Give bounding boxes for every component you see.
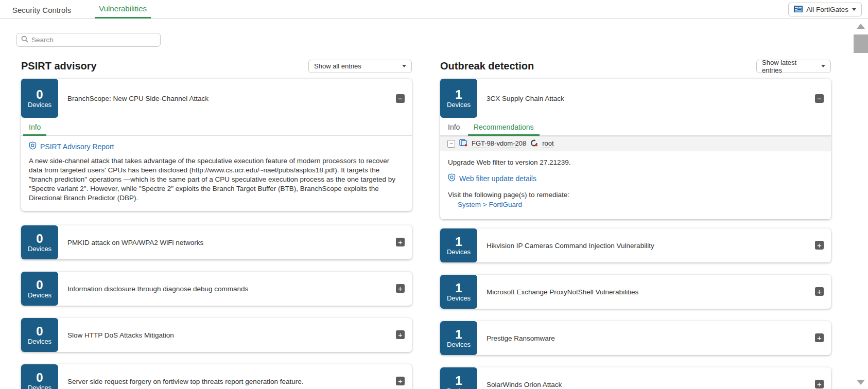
card-tab-bar: Info xyxy=(21,120,412,136)
device-count-badge: 1 Devices xyxy=(440,228,477,262)
expand-button[interactable]: + xyxy=(815,380,824,388)
card-title: Server side request forgery on fortiview… xyxy=(67,378,304,385)
expand-button[interactable]: + xyxy=(815,287,824,296)
outbreak-panel-title: Outbreak detection xyxy=(440,60,534,72)
web-filter-update-label: Web filter update details xyxy=(459,174,536,183)
chevron-down-icon xyxy=(402,65,406,67)
expand-button[interactable]: + xyxy=(396,330,405,339)
web-filter-update-link[interactable]: Web filter update details xyxy=(448,173,823,183)
outbreak-card-hikvision: 1 Devices Hikvision IP Cameras Command I… xyxy=(440,228,831,262)
psirt-card-pmkid: 0 Devices PMKID attack on WPA/WPA2 WiFi … xyxy=(21,225,412,259)
vulnerabilities-page: Security Controls Vulnerabilities All Fo… xyxy=(0,0,868,389)
psirt-advisory-report-label: PSIRT Advisory Report xyxy=(40,143,114,151)
scroll-up-icon[interactable] xyxy=(857,24,865,29)
device-count-badge: 0 Devices xyxy=(21,318,58,352)
search-input[interactable] xyxy=(31,36,156,44)
device-icon xyxy=(459,139,467,149)
collapse-button[interactable]: − xyxy=(396,94,405,103)
device-count: 0 xyxy=(36,325,43,338)
device-count-badge: 1 Devices xyxy=(440,79,477,118)
device-count-unit: Devices xyxy=(447,248,471,256)
device-count-unit: Devices xyxy=(28,101,51,109)
expand-button[interactable]: + xyxy=(396,238,405,246)
device-count: 0 xyxy=(36,88,43,101)
device-count: 1 xyxy=(455,328,462,341)
device-count-unit: Devices xyxy=(28,245,51,253)
device-count-unit: Devices xyxy=(447,387,471,389)
psirt-filter-dropdown[interactable]: Show all entries xyxy=(308,60,412,73)
outbreak-detection-panel: Outbreak detection Show latest entries 1… xyxy=(440,58,831,389)
device-count-badge: 0 Devices xyxy=(21,79,58,118)
top-tab-bar: Security Controls Vulnerabilities All Fo… xyxy=(0,0,868,19)
advisory-description: A new side-channel attack that takes adv… xyxy=(29,156,404,203)
device-count: 1 xyxy=(455,281,462,294)
psirt-filter-value: Show all entries xyxy=(314,62,361,70)
expand-button[interactable]: + xyxy=(815,333,824,342)
device-count-unit: Devices xyxy=(28,384,51,389)
device-count-unit: Devices xyxy=(28,338,51,345)
psirt-advisory-panel: PSIRT advisory Show all entries 0 Device… xyxy=(21,58,412,389)
scroll-down-icon[interactable] xyxy=(857,380,865,385)
shield-icon xyxy=(448,173,456,183)
device-name[interactable]: FGT-98-vdom-208 xyxy=(472,139,526,148)
device-count-badge: 1 Devices xyxy=(440,321,477,355)
card-title: Prestige Ransomware xyxy=(487,334,555,342)
device-count: 1 xyxy=(455,374,462,387)
card-tab-bar: Info Recommendations xyxy=(440,120,831,136)
outbreak-card-proxynotshell: 1 Devices Microsoft Exchange ProxyNotShe… xyxy=(440,275,831,309)
search-icon xyxy=(21,36,28,45)
fortigate-icon xyxy=(794,6,803,14)
device-count: 0 xyxy=(36,278,43,291)
device-count-badge: 0 Devices xyxy=(21,272,58,306)
collapse-button[interactable]: − xyxy=(815,94,824,103)
device-count: 0 xyxy=(36,371,43,384)
card-title: PMKID attack on WPA/WPA2 WiFi networks xyxy=(67,239,203,246)
search-field[interactable] xyxy=(16,33,161,47)
remediate-instruction: Visit the following page(s) to remediate… xyxy=(448,191,823,199)
device-count-badge: 1 Devices xyxy=(440,275,477,309)
device-count-badge: 1 Devices xyxy=(440,367,477,389)
chevron-down-icon xyxy=(852,8,856,11)
recommendation-text: Upgrade Web filter to version 27.21239. xyxy=(448,158,823,166)
tab-recommendations[interactable]: Recommendations xyxy=(468,120,540,136)
outbreak-filter-dropdown[interactable]: Show latest entries xyxy=(756,60,831,73)
scrollbar-thumb[interactable] xyxy=(854,34,868,53)
card-title: Slow HTTP DoS Attacks Mitigation xyxy=(67,331,174,339)
outbreak-card-solarwinds: 1 Devices SolarWinds Orion Attack + xyxy=(440,367,831,389)
outbreak-card-3cx: 1 Devices 3CX Supply Chain Attack − Info… xyxy=(440,79,831,219)
card-title: Information disclosure through diagnose … xyxy=(67,285,248,293)
psirt-card-info-disclosure: 0 Devices Information disclosure through… xyxy=(21,272,412,306)
tab-info[interactable]: Info xyxy=(442,120,465,134)
tree-collapse-icon[interactable]: − xyxy=(447,140,455,148)
outbreak-card-prestige: 1 Devices Prestige Ransomware + xyxy=(440,321,831,355)
vdom-icon xyxy=(530,139,538,149)
tab-security-controls[interactable]: Security Controls xyxy=(8,2,75,19)
device-count: 0 xyxy=(36,232,43,245)
tab-info[interactable]: Info xyxy=(23,120,46,136)
device-count-badge: 0 Devices xyxy=(21,364,58,389)
chevron-down-icon xyxy=(821,65,825,67)
device-row: − FGT-98-vdom-208 root xyxy=(440,136,831,151)
expand-button[interactable]: + xyxy=(815,241,824,250)
psirt-panel-title: PSIRT advisory xyxy=(21,60,97,72)
device-count-badge: 0 Devices xyxy=(21,225,58,259)
card-title: Hikvision IP Cameras Command Injection V… xyxy=(487,242,654,250)
psirt-advisory-report-link[interactable]: PSIRT Advisory Report xyxy=(29,142,404,151)
tab-vulnerabilities[interactable]: Vulnerabilities xyxy=(95,0,151,19)
outbreak-filter-value: Show latest entries xyxy=(762,59,816,74)
device-count-unit: Devices xyxy=(447,341,471,348)
psirt-card-slow-http: 0 Devices Slow HTTP DoS Attacks Mitigati… xyxy=(21,318,412,352)
vdom-name[interactable]: root xyxy=(542,139,553,148)
system-fortiguard-link[interactable]: System > FortiGuard xyxy=(458,201,823,208)
expand-button[interactable]: + xyxy=(396,377,405,385)
device-count: 1 xyxy=(455,88,462,101)
card-title: SolarWinds Orion Attack xyxy=(487,381,562,388)
device-count: 1 xyxy=(455,235,462,248)
expand-button[interactable]: + xyxy=(396,284,405,293)
psirt-card-ssrf: 0 Devices Server side request forgery on… xyxy=(21,364,412,389)
psirt-card-branchscope: 0 Devices BranchScope: New CPU Side-Chan… xyxy=(21,79,412,211)
device-count-unit: Devices xyxy=(28,291,51,299)
device-count-unit: Devices xyxy=(447,294,471,302)
vertical-scrollbar xyxy=(854,21,868,389)
fortigate-selector-dropdown[interactable]: All FortiGates xyxy=(788,3,862,16)
